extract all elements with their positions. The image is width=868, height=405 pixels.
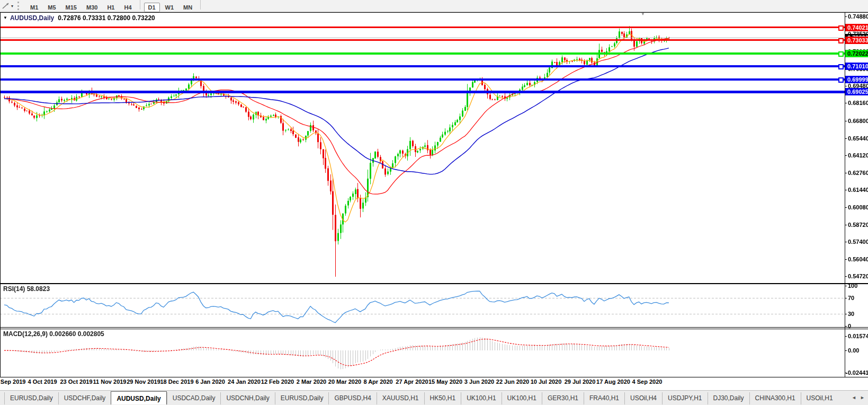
- tab-usdcad-daily[interactable]: USDCAD,Daily: [167, 392, 221, 404]
- chart-left-border: [0, 12, 1, 377]
- tab-usoil-h1[interactable]: USOil,H1: [801, 392, 838, 404]
- macd-tick-label: 0.00: [848, 347, 859, 354]
- tab-scroll-left-button[interactable]: ◄: [852, 395, 856, 400]
- price-tick-label: 0.60080: [848, 204, 868, 211]
- hline-price-label: 0.74021: [845, 24, 868, 31]
- line-handle[interactable]: [838, 64, 844, 69]
- tab-usdjpy-h1[interactable]: USDJPY,H1: [662, 392, 707, 404]
- macd-tick-dash: [845, 336, 847, 337]
- tab-uk100-h1[interactable]: UK100,H1: [502, 392, 542, 404]
- price-tick-dash: [845, 190, 847, 190]
- chart-tabs: EURUSD,DailyUSDCHF,DailyAUDUSD,DailyUSDC…: [4, 392, 838, 404]
- price-tick-dash: [845, 138, 847, 139]
- tab-scroll-right-button[interactable]: ►: [860, 395, 865, 400]
- panel-border: [0, 377, 868, 377]
- horizontal-line[interactable]: [0, 52, 845, 55]
- date-axis-label: 16 Sep 2019: [0, 378, 26, 385]
- panel-border: [0, 283, 868, 284]
- chart-tab-bar: EURUSD,DailyUSDCHF,DailyAUDUSD,DailyUSDC…: [0, 390, 868, 405]
- price-tick-dash: [845, 155, 847, 156]
- horizontal-line[interactable]: [0, 91, 845, 93]
- tab-uk100-h1[interactable]: UK100,H1: [461, 392, 501, 404]
- date-axis-label: 20 Mar 2020: [328, 378, 361, 385]
- date-axis-label: 2 Mar 2020: [297, 378, 326, 385]
- line-handle[interactable]: [838, 51, 844, 57]
- price-tick-dash: [845, 173, 847, 173]
- price-tick-dash: [845, 259, 847, 260]
- tab-usdchf-daily[interactable]: USDCHF,Daily: [58, 392, 111, 404]
- symbol-caret-icon[interactable]: ▼: [3, 15, 7, 20]
- price-tick-dash: [845, 86, 847, 86]
- price-tick-label: 0.65440: [848, 135, 868, 142]
- date-axis-label: 29 Jul 2020: [565, 378, 596, 385]
- tab-dj30-daily[interactable]: DJ30,Daily: [708, 392, 749, 404]
- date-axis-label: 29 Nov 2019: [127, 378, 160, 385]
- date-axis-label: 3 Jun 2020: [464, 378, 494, 385]
- horizontal-line[interactable]: [0, 65, 845, 67]
- horizontal-line[interactable]: [0, 27, 845, 28]
- tab-eurusd-daily[interactable]: EURUSD,Daily: [4, 392, 58, 404]
- tab-usdcnh-daily[interactable]: USDCNH,Daily: [220, 392, 274, 404]
- price-tick-label: 0.61440: [848, 187, 868, 193]
- macd-tick-label: -0.024412: [846, 369, 868, 376]
- tab-gbpusd-h4[interactable]: GBPUSD,H4: [328, 392, 376, 404]
- price-tick-dash: [845, 276, 847, 277]
- rsi-tick-dash: [845, 286, 847, 286]
- tab-audusd-daily[interactable]: AUDUSD,Daily: [111, 391, 166, 404]
- price-tick-dash: [845, 207, 847, 208]
- price-tick-label: 0.66800: [848, 118, 868, 125]
- macd-tick-label: 0.015741: [848, 333, 868, 340]
- tab-eurusd-daily[interactable]: EURUSD,Daily: [275, 392, 329, 404]
- hline-price-label: 0.71010: [845, 63, 868, 70]
- price-chart-canvas[interactable]: [0, 13, 845, 377]
- rsi-tick-label: 30: [848, 311, 854, 318]
- tab-china300-h1[interactable]: CHINA300,H1: [749, 392, 801, 404]
- date-axis-label: 22 Jun 2020: [496, 378, 529, 385]
- rsi-tick-label: 70: [848, 295, 854, 302]
- chart-ohlc-values: 0.72876 0.73331 0.72800 0.73220: [58, 14, 155, 22]
- current-price-line: [0, 38, 845, 38]
- tab-fra40-h1[interactable]: FRA40,H1: [584, 392, 624, 404]
- date-axis-label: 17 Aug 2020: [596, 378, 630, 385]
- price-tick-label: 0.74880: [848, 13, 868, 20]
- line-handle[interactable]: [838, 38, 844, 43]
- chart-shift-marker[interactable]: ▼: [641, 12, 645, 16]
- date-axis-label: 11 Nov 2019: [93, 378, 127, 385]
- price-tick-label: 0.58720: [848, 222, 868, 228]
- date-axis-label: 4 Oct 2019: [28, 378, 57, 385]
- panel-border: [0, 329, 868, 329]
- price-tick-dash: [845, 225, 847, 225]
- price-tick-dash: [845, 103, 847, 103]
- line-handle[interactable]: [838, 77, 844, 83]
- trading-terminal-window: ▾ M1M5M15M30H1H4D1W1MN ▼AUDUSD,Daily0.72…: [0, 0, 868, 405]
- date-axis-label: 24 Jan 2020: [228, 378, 261, 385]
- price-tick-label: 0.68160: [848, 100, 868, 107]
- date-axis-label: 23 Oct 2019: [60, 378, 92, 385]
- price-tick-dash: [845, 242, 847, 242]
- date-axis-label: 4 Sep 2020: [632, 378, 663, 385]
- tab-hk50-h1[interactable]: HK50,H1: [424, 392, 461, 404]
- price-tick-dash: [845, 16, 847, 17]
- price-tick-label: 0.57400: [848, 239, 868, 245]
- tab-xauusd-h1[interactable]: XAUUSD,H1: [377, 392, 424, 404]
- date-axis-label: 27 Apr 2020: [396, 378, 428, 385]
- hline-price-label: 0.69025: [845, 88, 868, 95]
- horizontal-line[interactable]: [0, 78, 845, 81]
- chart-window: ▼AUDUSD,Daily0.72876 0.73331 0.72800 0.7…: [0, 0, 868, 390]
- date-axis-label: 12 Feb 2020: [261, 378, 294, 385]
- date-axis-label: 18 Dec 2019: [160, 378, 194, 385]
- tab-usoil-h4[interactable]: USOil,H4: [624, 392, 662, 404]
- horizontal-line[interactable]: [0, 39, 845, 41]
- tab-ger30-h1[interactable]: GER30,H1: [542, 392, 584, 404]
- line-handle[interactable]: [838, 25, 844, 31]
- rsi-tick-dash: [845, 326, 847, 327]
- date-axis-label: 6 Jan 2020: [195, 378, 225, 385]
- macd-indicator-title: MACD(12,26,9) 0.002660 0.002805: [3, 330, 104, 338]
- rsi-tick-label: 100: [848, 283, 857, 289]
- price-tick-dash: [845, 121, 847, 121]
- hline-price-label: 0.69999: [845, 76, 868, 83]
- date-axis-label: 10 Jul 2020: [531, 378, 562, 385]
- price-tick-label: 0.62760: [848, 170, 868, 177]
- chart-symbol-label: AUDUSD,Daily: [10, 14, 54, 22]
- date-axis-label: 15 May 2020: [428, 378, 462, 385]
